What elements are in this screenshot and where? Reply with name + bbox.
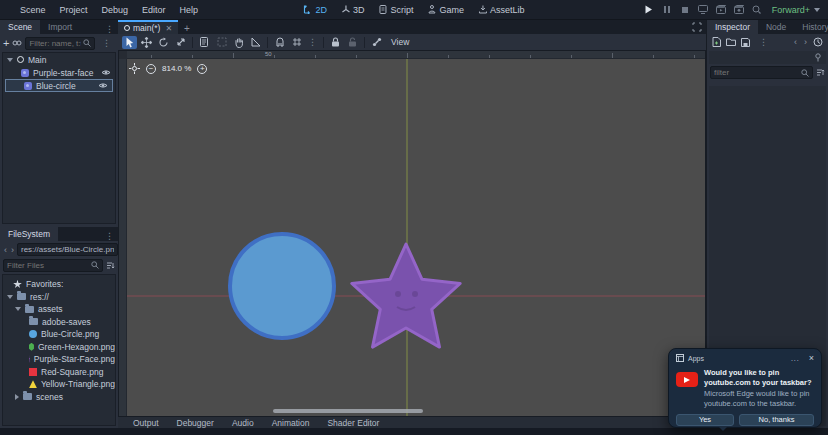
- move-tool-button[interactable]: [139, 36, 154, 49]
- pin-icon[interactable]: [814, 53, 822, 62]
- fs-item-scenes[interactable]: scenes: [3, 391, 115, 404]
- nav-back-icon[interactable]: ‹: [3, 245, 8, 255]
- tab-node[interactable]: Node: [758, 20, 794, 34]
- menu-debug[interactable]: Debug: [96, 3, 135, 17]
- workspace-assetlib[interactable]: AssetLib: [478, 5, 525, 15]
- select-list-button[interactable]: [197, 36, 212, 49]
- menu-help[interactable]: Help: [174, 3, 205, 17]
- fs-item-blue-circle-png[interactable]: Blue-Circle.png: [3, 328, 115, 341]
- zoom-in-button[interactable]: +: [197, 64, 207, 74]
- scene-tab-main[interactable]: main(*) ✕: [118, 20, 178, 34]
- current-path-box[interactable]: res://assets/Blue-Circle.pn: [17, 243, 118, 256]
- fs-item-favorites[interactable]: Favorites:: [3, 278, 115, 291]
- collapse-arrow-icon[interactable]: [15, 307, 21, 311]
- zoom-level[interactable]: 814.0 %: [162, 64, 191, 73]
- scene-node-purple-star-face[interactable]: Purple-star-face: [3, 66, 115, 79]
- new-resource-icon[interactable]: [712, 37, 721, 47]
- remote-debug-button[interactable]: [697, 4, 708, 15]
- load-resource-icon[interactable]: [726, 38, 736, 46]
- nav-forward-icon[interactable]: ›: [10, 245, 15, 255]
- expand-viewport-icon[interactable]: [692, 22, 702, 32]
- workspace-3d[interactable]: 3D: [341, 5, 365, 15]
- fs-item-yellow-triangle-png[interactable]: Yellow-Triangle.png: [3, 378, 115, 391]
- grid-snap-button[interactable]: [289, 36, 304, 49]
- scene-node-blue-circle[interactable]: Blue-circle: [5, 79, 113, 92]
- menu-scene[interactable]: Scene: [14, 3, 52, 17]
- history-back-icon[interactable]: ‹: [793, 37, 798, 47]
- scene-node-main[interactable]: Main: [3, 53, 115, 66]
- bottom-tab-debugger[interactable]: Debugger: [170, 418, 221, 428]
- tab-filesystem[interactable]: FileSystem: [0, 227, 58, 241]
- workspace-2d[interactable]: 2D: [303, 5, 327, 15]
- instantiate-scene-button[interactable]: [12, 39, 22, 47]
- scene-toolbar-menu-icon[interactable]: ⋮: [98, 38, 115, 48]
- stop-button[interactable]: [679, 4, 690, 15]
- menu-editor[interactable]: Editor: [136, 3, 172, 17]
- scene-dock-menu-icon[interactable]: ⋮: [101, 24, 118, 34]
- tab-import[interactable]: Import: [40, 20, 80, 34]
- center-view-icon[interactable]: [129, 63, 140, 74]
- play-button[interactable]: [643, 4, 654, 15]
- scale-tool-button[interactable]: [173, 36, 188, 49]
- collapse-arrow-icon[interactable]: [7, 58, 13, 62]
- play-scene-button[interactable]: [715, 4, 726, 15]
- select-tool-button[interactable]: [122, 36, 137, 49]
- close-tab-icon[interactable]: ✕: [165, 24, 172, 33]
- scene-filter-input[interactable]: [29, 39, 81, 48]
- renderer-selector[interactable]: Forward+: [772, 5, 820, 15]
- yes-button[interactable]: Yes: [676, 414, 734, 426]
- workspace-game[interactable]: Game: [428, 5, 465, 15]
- bottom-tab-audio[interactable]: Audio: [225, 418, 261, 428]
- purple-star-sprite[interactable]: [352, 244, 460, 347]
- 2d-canvas[interactable]: 50 − 814.0 % +: [118, 50, 706, 417]
- tab-inspector[interactable]: Inspector: [707, 20, 758, 34]
- play-custom-scene-button[interactable]: [733, 4, 744, 15]
- lock-node-button[interactable]: [328, 36, 343, 49]
- snap-options-icon[interactable]: ⋮: [306, 37, 319, 47]
- fs-item-red-square-png[interactable]: Red-Square.png: [3, 366, 115, 379]
- collapse-arrow-icon[interactable]: [7, 295, 13, 299]
- object-history-icon[interactable]: [813, 37, 823, 47]
- save-resource-icon[interactable]: [741, 38, 750, 47]
- filesystem-dock-menu-icon[interactable]: ⋮: [101, 231, 118, 241]
- menu-project[interactable]: Project: [54, 3, 94, 17]
- no-thanks-button[interactable]: No, thanks: [739, 414, 814, 426]
- bottom-tab-shader-editor[interactable]: Shader Editor: [320, 418, 386, 428]
- notification-more-icon[interactable]: ...: [791, 355, 800, 362]
- horizontal-scrollbar[interactable]: [273, 409, 423, 413]
- zoom-out-button[interactable]: −: [146, 64, 156, 74]
- fs-item-purple-star-face-png[interactable]: Purple-Star-Face.png: [3, 353, 115, 366]
- visibility-eye-icon[interactable]: [101, 69, 111, 76]
- pause-button[interactable]: [661, 4, 672, 15]
- sort-files-icon[interactable]: [106, 261, 115, 270]
- filesystem-filter-input[interactable]: [7, 261, 89, 270]
- visibility-eye-icon[interactable]: [98, 82, 108, 89]
- pan-tool-button[interactable]: [231, 36, 246, 49]
- lasso-select-button[interactable]: [214, 36, 229, 49]
- fs-item-assets[interactable]: assets: [3, 303, 115, 316]
- movie-maker-button[interactable]: [751, 4, 762, 15]
- fs-item-res-root[interactable]: res://: [3, 291, 115, 304]
- fs-item-adobe-saves[interactable]: adobe-saves: [3, 316, 115, 329]
- smart-snap-button[interactable]: [272, 36, 287, 49]
- resource-menu-icon[interactable]: ⋮: [755, 37, 772, 47]
- skeleton-options-button[interactable]: [369, 36, 384, 49]
- inspector-filter-input[interactable]: [714, 68, 799, 77]
- workspace-script[interactable]: Script: [378, 5, 413, 15]
- blue-circle-sprite[interactable]: [230, 234, 334, 338]
- tab-history[interactable]: History: [794, 20, 828, 34]
- bottom-tab-animation[interactable]: Animation: [265, 418, 317, 428]
- history-forward-icon[interactable]: ›: [803, 37, 808, 47]
- filter-options-icon[interactable]: [816, 68, 825, 77]
- rotate-tool-button[interactable]: [156, 36, 171, 49]
- view-menu[interactable]: View: [386, 37, 414, 47]
- fs-item-green-hexagon-png[interactable]: Green-Hexagon.png: [3, 341, 115, 354]
- new-scene-tab-button[interactable]: +: [178, 23, 196, 34]
- ruler-tool-button[interactable]: [248, 36, 263, 49]
- bottom-tab-output[interactable]: Output: [126, 418, 166, 428]
- tab-scene[interactable]: Scene: [0, 20, 40, 34]
- notification-close-icon[interactable]: ×: [809, 353, 814, 363]
- add-node-button[interactable]: +: [3, 37, 9, 49]
- unlock-node-button[interactable]: [345, 36, 360, 49]
- expand-arrow-icon[interactable]: [15, 394, 19, 400]
